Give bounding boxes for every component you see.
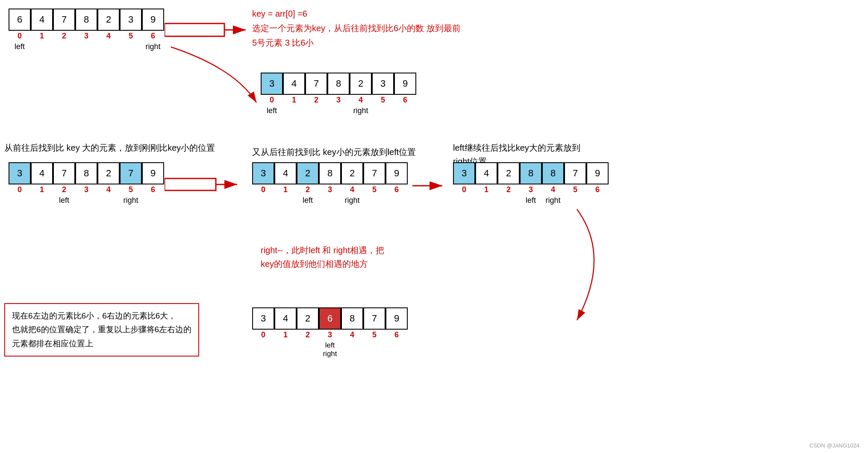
arrow3-svg xyxy=(165,175,241,196)
array3-indices: 0 1 2 3 4 5 6 xyxy=(9,185,164,194)
array4-indices: 0 1 2 3 4 5 6 xyxy=(252,185,408,194)
key-info-annotation: key = arr[0] =6 选定一个元素为key，从后往前找到比6小的数 放… xyxy=(252,6,461,50)
cell-a3-1: 4 xyxy=(31,162,53,184)
cell-a4-3: 8 xyxy=(319,162,341,184)
cell-a4-6: 9 xyxy=(385,162,408,184)
cell-a1-4: 2 xyxy=(97,9,120,31)
array6-indices: 0 1 2 3 4 5 6 xyxy=(252,330,408,339)
cell-a4-5: 7 xyxy=(363,162,385,184)
cell-a5-5: 7 xyxy=(564,162,586,184)
cell-a6-2: 2 xyxy=(297,307,319,330)
watermark: CSDN @JANG1024 xyxy=(809,442,859,449)
array1-container: 6 4 7 8 2 3 9 0 1 2 3 4 5 6 left right xyxy=(9,9,164,51)
array4-container: 3 4 2 8 2 7 9 0 1 2 3 4 5 6 left right xyxy=(252,162,408,205)
array3-cells: 3 4 7 8 2 7 9 xyxy=(9,162,164,184)
svg-rect-5 xyxy=(165,178,216,190)
cell-a5-4: 8 xyxy=(542,162,564,184)
cell-a6-3: 6 xyxy=(319,307,341,330)
step1-annotation: 从前往后找到比 key 大的元素，放到刚刚比key小的位置 xyxy=(4,141,215,155)
curved-arrow-svg1 xyxy=(150,43,278,111)
cell-a2-6: 9 xyxy=(394,73,416,95)
cell-a1-5: 3 xyxy=(120,9,142,31)
cell-a1-6: 9 xyxy=(142,9,164,31)
cell-a2-2: 7 xyxy=(305,73,327,95)
cell-a4-0: 3 xyxy=(252,162,274,184)
cell-a5-2: 2 xyxy=(497,162,520,184)
array1-indices: 0 1 2 3 4 5 6 xyxy=(9,32,164,41)
arrow4-svg xyxy=(412,179,447,192)
array4-labels: left right xyxy=(252,196,408,205)
cell-a5-0: 3 xyxy=(453,162,475,184)
arrow-right-svg xyxy=(165,19,250,41)
cell-a1-3: 8 xyxy=(75,9,97,31)
array3-container: 3 4 7 8 2 7 9 0 1 2 3 4 5 6 left right xyxy=(9,162,164,205)
cell-a5-1: 4 xyxy=(475,162,497,184)
cell-a6-4: 8 xyxy=(341,307,363,330)
curved-arrow-2 xyxy=(513,205,620,335)
cell-a2-3: 8 xyxy=(327,73,350,95)
array5-cells: 3 4 2 8 8 7 9 xyxy=(453,162,609,184)
cell-a1-2: 7 xyxy=(53,9,75,31)
arrow-arr4-arr5 xyxy=(412,179,447,194)
cell-a6-1: 4 xyxy=(274,307,297,330)
cell-a3-6: 9 xyxy=(142,162,164,184)
cell-a2-5: 3 xyxy=(372,73,394,95)
array2-cells: 3 4 7 8 2 3 9 xyxy=(261,73,416,95)
step4-annotation: right--，此时left 和 right相遇，把key的值放到他们相遇的地方 xyxy=(261,243,384,271)
arrow1 xyxy=(165,19,250,42)
key-info-text: key = arr[0] =6 选定一个元素为key，从后往前找到比6小的数 放… xyxy=(252,6,461,50)
array2-labels: left right xyxy=(261,106,416,115)
curved-arrow-svg2 xyxy=(513,205,620,333)
cell-a5-6: 9 xyxy=(586,162,609,184)
array6-cells: 3 4 2 6 8 7 9 xyxy=(252,307,408,330)
cell-a5-3: 8 xyxy=(520,162,542,184)
array3-labels: left right xyxy=(9,196,164,205)
array5-labels: left right xyxy=(453,196,609,205)
cell-a3-2: 7 xyxy=(53,162,75,184)
array6-container: 3 4 2 6 8 7 9 0 1 2 3 4 5 6 leftright xyxy=(252,307,408,358)
cell-a4-2: 2 xyxy=(297,162,319,184)
curved-arrow-1 xyxy=(150,43,278,113)
svg-rect-1 xyxy=(165,23,224,36)
cell-a4-4: 2 xyxy=(341,162,363,184)
cell-a2-1: 4 xyxy=(283,73,305,95)
cell-a6-6: 9 xyxy=(385,307,408,330)
array2-indices: 0 1 2 3 4 5 6 xyxy=(261,96,416,105)
cell-a3-5: 7 xyxy=(120,162,142,184)
array1-labels: left right xyxy=(9,42,164,51)
array1-cells: 6 4 7 8 2 3 9 xyxy=(9,9,164,31)
cell-a3-0: 3 xyxy=(9,162,31,184)
cell-a6-0: 3 xyxy=(252,307,274,330)
cell-a4-1: 4 xyxy=(274,162,297,184)
cell-a1-0: 6 xyxy=(9,9,31,31)
cell-a1-1: 4 xyxy=(31,9,53,31)
final-box: 现在6左边的元素比6小，6右边的元素比6大， 也就把6的位置确定了，重复以上步骤… xyxy=(4,303,199,357)
arrow-arr3-arr4 xyxy=(165,175,241,198)
array2-container: 3 4 7 8 2 3 9 0 1 2 3 4 5 6 left right xyxy=(261,73,416,115)
step2-annotation: 又从后往前找到比 key小的元素放到left位置 xyxy=(252,145,416,159)
cell-a3-3: 8 xyxy=(75,162,97,184)
array4-cells: 3 4 2 8 2 7 9 xyxy=(252,162,408,184)
array6-labels: leftright xyxy=(252,341,408,358)
cell-a2-4: 2 xyxy=(350,73,372,95)
cell-a6-5: 7 xyxy=(363,307,385,330)
cell-a3-4: 2 xyxy=(97,162,120,184)
array5-container: 3 4 2 8 8 7 9 0 1 2 3 4 5 6 left right xyxy=(453,162,609,205)
array5-indices: 0 1 2 3 4 5 6 xyxy=(453,185,609,194)
